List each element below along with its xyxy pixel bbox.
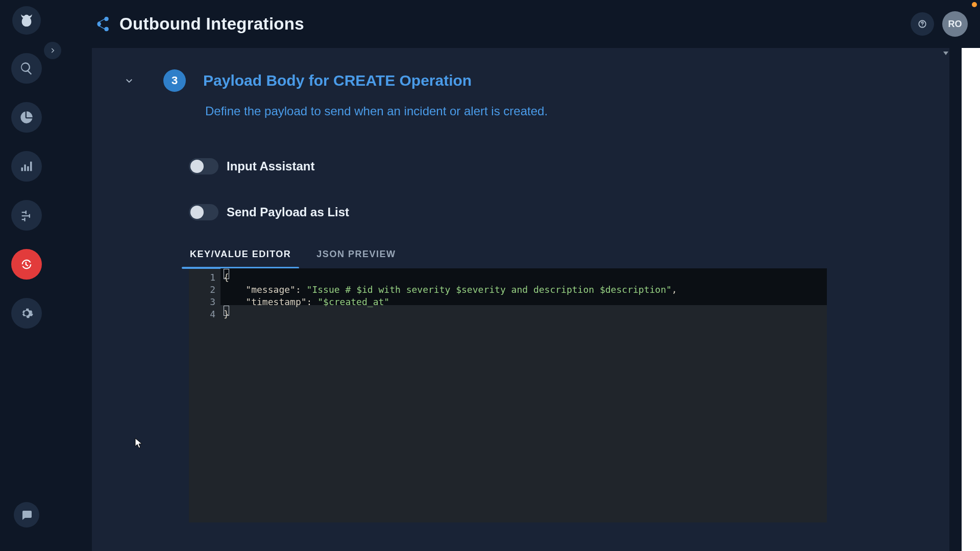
input-assistant-toggle[interactable] xyxy=(189,158,218,174)
nav-integrations[interactable] xyxy=(11,249,42,280)
nav-rail xyxy=(0,0,53,551)
svg-point-1 xyxy=(922,26,923,27)
brand-logo[interactable] xyxy=(12,6,41,35)
step-header: 3 Payload Body for CREATE Operation xyxy=(121,69,903,92)
page-header: Outbound Integrations RO xyxy=(92,11,968,37)
nav-analytics[interactable] xyxy=(11,102,42,133)
input-assistant-label: Input Assistant xyxy=(227,159,314,173)
user-avatar[interactable]: RO xyxy=(942,11,968,37)
right-gutter xyxy=(962,48,980,551)
page-title: Outbound Integrations xyxy=(119,14,304,34)
search-icon xyxy=(19,61,34,76)
collapse-step-button[interactable] xyxy=(121,73,137,88)
editor-cursor xyxy=(224,306,229,316)
input-assistant-row: Input Assistant xyxy=(189,158,903,174)
main-content: 3 Payload Body for CREATE Operation Defi… xyxy=(92,48,949,551)
pie-chart-icon xyxy=(19,110,34,124)
help-icon xyxy=(918,19,927,29)
tab-json-preview[interactable]: JSON PREVIEW xyxy=(315,244,397,268)
nav-settings[interactable] xyxy=(11,298,42,329)
help-button[interactable] xyxy=(911,12,934,36)
step-number-badge: 3 xyxy=(163,69,186,92)
nav-search[interactable] xyxy=(11,53,42,84)
editor-gutter: 1 2 3 4 xyxy=(189,268,220,522)
send-as-list-label: Send Payload as List xyxy=(227,205,349,219)
nav-chat[interactable] xyxy=(14,502,39,528)
gear-icon xyxy=(19,306,34,320)
step-title: Payload Body for CREATE Operation xyxy=(203,72,472,89)
chevron-right-icon xyxy=(49,47,56,54)
chevron-down-icon xyxy=(125,76,134,85)
nav-tuning[interactable] xyxy=(11,200,42,231)
step-description: Define the payload to send when an incid… xyxy=(205,104,903,118)
send-as-list-row: Send Payload as List xyxy=(189,204,903,220)
sliders-icon xyxy=(19,208,34,222)
bull-icon xyxy=(18,12,35,29)
editor-tabs: KEY/VALUE EDITOR JSON PREVIEW xyxy=(189,244,903,268)
payload-editor[interactable]: 1 2 3 4 { "message": "Issue # $id with s… xyxy=(189,268,827,522)
send-as-list-toggle[interactable] xyxy=(189,204,218,220)
fold-arrow-icon[interactable] xyxy=(943,52,948,55)
expand-sidebar-button[interactable] xyxy=(44,42,61,59)
editor-code-area[interactable]: { "message": "Issue # $id with severity … xyxy=(220,268,827,522)
sync-icon xyxy=(19,257,34,271)
nav-metrics[interactable] xyxy=(11,151,42,182)
bar-chart-icon xyxy=(19,159,34,173)
chat-icon xyxy=(20,509,33,521)
tab-key-value-editor[interactable]: KEY/VALUE EDITOR xyxy=(189,244,292,268)
share-icon xyxy=(92,14,112,34)
window-notification-dot xyxy=(972,2,977,7)
